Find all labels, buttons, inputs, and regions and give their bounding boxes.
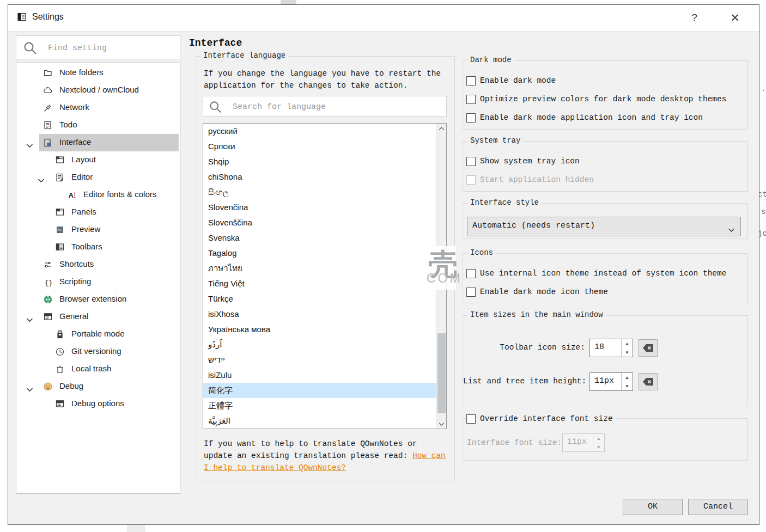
language-item-[interactable]: 简化字 — [203, 383, 446, 398]
translate-link[interactable]: How can — [412, 451, 446, 460]
item-height-input[interactable] — [593, 376, 619, 386]
sidebar-item-toolbars[interactable]: Toolbars — [16, 239, 180, 256]
spin-down-icon[interactable]: ▼ — [622, 382, 633, 390]
spin-up-icon[interactable]: ▲ — [622, 373, 633, 382]
sidebar-item-label: Nextcloud / ownCloud — [59, 85, 139, 94]
spin-up-icon[interactable]: ▲ — [622, 339, 633, 348]
sidebar-item-label: Git versioning — [71, 346, 121, 356]
sidebar-item-label: Scripting — [59, 277, 91, 286]
language-item-isizulu[interactable]: isiZulu — [203, 368, 446, 383]
translate-link[interactable]: I help to translate QOwnNotes? — [204, 463, 346, 472]
checkbox-box[interactable] — [466, 269, 476, 278]
settings-tree: Note foldersNextcloud / ownCloudNetworkT… — [16, 63, 180, 494]
language-item-[interactable]: සිංහල — [203, 185, 446, 200]
language-search-input[interactable] — [232, 100, 408, 114]
sidebar-item-general[interactable]: General — [16, 308, 180, 326]
chevron-down-icon[interactable] — [26, 384, 33, 394]
checkbox-box[interactable] — [466, 288, 476, 297]
sidebar-item-label: Todo — [59, 120, 77, 129]
clear-toolbar-icon-size-button[interactable] — [639, 339, 658, 357]
language-item-[interactable]: ייִדיש — [203, 352, 446, 368]
interface-style-dropdown[interactable]: Automatic (needs restart) — [467, 217, 741, 236]
clear-item-height-button[interactable] — [639, 373, 658, 390]
close-button[interactable]: ✕ — [723, 9, 747, 27]
group-title: Interface language — [200, 51, 288, 60]
sidebar-item-network[interactable]: Network — [16, 99, 180, 117]
help-button[interactable]: ? — [683, 9, 707, 27]
sidebar-item-scripting[interactable]: {}Scripting — [16, 273, 180, 291]
svg-text:{}: {} — [45, 279, 52, 287]
sidebar-item-browser-extension[interactable]: Browser extension — [16, 291, 180, 308]
checkbox-box[interactable] — [466, 76, 476, 85]
language-item-[interactable]: اُردُو — [203, 337, 446, 352]
interface-icon — [43, 138, 53, 150]
scrollbar-thumb[interactable] — [437, 333, 446, 413]
chevron-down-icon[interactable] — [38, 175, 45, 185]
scroll-up-icon[interactable] — [437, 124, 446, 133]
checkbox-box[interactable] — [466, 113, 476, 123]
sidebar-item-portable-mode[interactable]: Portable mode — [16, 326, 180, 343]
chevron-down-icon[interactable] — [26, 140, 33, 150]
dark-mode-group: Dark mode Enable dark modeOptimize previ… — [463, 60, 748, 130]
language-item-sloven-ina[interactable]: Slovenščina — [203, 215, 446, 230]
checkbox-override-interface-font-size[interactable]: Override interface font size — [466, 412, 616, 425]
sidebar-item-shortcuts[interactable]: Shortcuts — [16, 256, 180, 273]
sidebar-item-layout[interactable]: Layout — [16, 151, 180, 169]
search-input[interactable] — [47, 40, 174, 56]
general-icon — [43, 312, 53, 324]
background-window-fragment — [127, 524, 145, 532]
sidebar-item-panels[interactable]: Panels — [16, 204, 180, 221]
checkbox-enable-dark-mode[interactable]: Enable dark mode — [466, 74, 556, 87]
item-height-spinner[interactable]: ▲▼ — [589, 372, 633, 391]
language-item-[interactable]: Српски — [203, 139, 446, 154]
language-item-t-rk-e[interactable]: Türkçe — [203, 291, 446, 307]
find-setting-search — [16, 35, 180, 59]
sidebar-item-debug[interactable]: Debug — [16, 378, 180, 395]
group-title: Dark mode — [467, 56, 514, 64]
toolbar-icon-size-input[interactable] — [593, 342, 619, 352]
sidebar-item-nextcloud-owncloud[interactable]: Nextcloud / ownCloud — [16, 82, 180, 99]
titlebar[interactable]: Settings ? ✕ — [8, 5, 759, 32]
language-item-chishona[interactable]: chiShona — [203, 169, 446, 185]
language-item-[interactable]: русский — [203, 124, 446, 139]
checkbox-box[interactable] — [466, 414, 476, 424]
language-item-shqip[interactable]: Shqip — [203, 154, 446, 169]
spin-down-icon[interactable]: ▼ — [622, 348, 633, 357]
checkbox-enable-dark-mode-icon-theme[interactable]: Enable dark mode icon theme — [466, 285, 608, 298]
language-item-isixhosa[interactable]: isiXhosa — [203, 307, 446, 322]
background-text-fragment: · — [761, 86, 765, 95]
scroll-down-icon[interactable] — [437, 419, 446, 429]
sidebar-item-label: Note folders — [59, 68, 104, 77]
checkbox-use-internal-icon-theme-instead-of-system-icon-theme[interactable]: Use internal icon theme instead of syste… — [466, 267, 726, 280]
sidebar-item-local-trash[interactable]: Local trash — [16, 360, 180, 378]
sidebar-item-git-versioning[interactable]: Git versioning — [16, 343, 180, 360]
checkbox-show-system-tray-icon[interactable]: Show system tray icon — [466, 155, 580, 168]
checkbox-box[interactable] — [466, 95, 476, 104]
checkbox-enable-dark-mode-application-icon-and-tray-icon[interactable]: Enable dark mode application icon and tr… — [466, 111, 703, 124]
language-search — [203, 96, 447, 117]
language-item-svenska[interactable]: Svenska — [203, 230, 446, 246]
cancel-button[interactable]: Cancel — [688, 499, 748, 515]
chevron-down-icon[interactable] — [26, 315, 33, 325]
layout-icon — [55, 155, 65, 167]
sidebar-item-note-folders[interactable]: Note folders — [16, 64, 180, 82]
network-icon — [43, 103, 53, 115]
window-title: Settings — [32, 12, 64, 22]
sidebar-item-debug-options[interactable]: Debug options — [16, 395, 180, 413]
toolbar-icon-size-spinner[interactable]: ▲▼ — [589, 339, 633, 357]
checkbox-optimize-preview-colors-for-dark-mode-desktop-themes[interactable]: Optimize preview colors for dark mode de… — [466, 93, 726, 106]
sidebar-item-preview[interactable]: PICPreview — [16, 221, 180, 239]
page-title: Interface — [189, 38, 242, 48]
sidebar-item-todo[interactable]: Todo — [16, 117, 180, 134]
ok-button[interactable]: OK — [623, 499, 683, 515]
sidebar-item-editor-fonts-colors[interactable]: AEditor fonts & colors — [16, 186, 180, 204]
sidebar-item-interface[interactable]: Interface — [16, 134, 180, 151]
sidebar-item-editor[interactable]: Editor — [16, 169, 180, 186]
translate-text: If you want to help to translate QOwnNot… — [204, 439, 417, 448]
language-item-[interactable]: Українська мова — [203, 322, 446, 337]
language-item-[interactable]: 正體字 — [203, 398, 446, 413]
language-item-sloven-ina[interactable]: Slovenčina — [203, 200, 446, 215]
spin-up-icon: ▲ — [593, 434, 604, 443]
checkbox-box[interactable] — [466, 157, 476, 166]
language-item-[interactable]: العَرَبِيَّة — [203, 413, 446, 429]
